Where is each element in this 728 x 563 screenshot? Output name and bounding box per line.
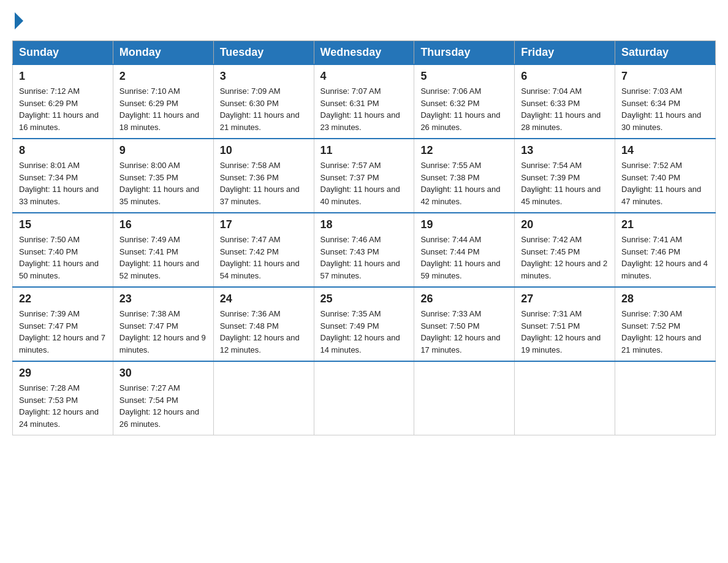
day-number: 3 xyxy=(220,70,308,83)
day-info: Sunrise: 7:58 AMSunset: 7:36 PMDaylight:… xyxy=(220,161,300,206)
calendar-table: SundayMondayTuesdayWednesdayThursdayFrid… xyxy=(12,40,716,435)
day-info: Sunrise: 7:31 AMSunset: 7:51 PMDaylight:… xyxy=(521,309,601,354)
calendar-cell: 22 Sunrise: 7:39 AMSunset: 7:47 PMDaylig… xyxy=(13,287,113,361)
calendar-cell: 13 Sunrise: 7:54 AMSunset: 7:39 PMDaylig… xyxy=(515,139,615,213)
calendar-cell: 2 Sunrise: 7:10 AMSunset: 6:29 PMDayligh… xyxy=(113,64,213,139)
calendar-cell: 8 Sunrise: 8:01 AMSunset: 7:34 PMDayligh… xyxy=(13,139,113,213)
day-info: Sunrise: 7:12 AMSunset: 6:29 PMDaylight:… xyxy=(19,86,99,132)
calendar-week-row: 8 Sunrise: 8:01 AMSunset: 7:34 PMDayligh… xyxy=(13,139,716,213)
day-info: Sunrise: 7:04 AMSunset: 6:33 PMDaylight:… xyxy=(521,86,601,132)
calendar-cell: 5 Sunrise: 7:06 AMSunset: 6:32 PMDayligh… xyxy=(414,64,515,139)
day-number: 25 xyxy=(320,293,408,305)
day-number: 23 xyxy=(119,293,207,305)
calendar-cell: 4 Sunrise: 7:07 AMSunset: 6:31 PMDayligh… xyxy=(314,64,414,139)
day-number: 17 xyxy=(220,218,308,231)
calendar-cell: 19 Sunrise: 7:44 AMSunset: 7:44 PMDaylig… xyxy=(414,213,515,287)
calendar-cell: 16 Sunrise: 7:49 AMSunset: 7:41 PMDaylig… xyxy=(113,213,213,287)
calendar-cell xyxy=(515,361,615,435)
header-wednesday: Wednesday xyxy=(314,41,414,65)
calendar-cell: 25 Sunrise: 7:35 AMSunset: 7:49 PMDaylig… xyxy=(314,287,414,361)
calendar-cell xyxy=(314,361,414,435)
day-info: Sunrise: 7:35 AMSunset: 7:49 PMDaylight:… xyxy=(320,309,400,354)
day-number: 20 xyxy=(521,218,609,231)
day-number: 19 xyxy=(420,218,508,231)
calendar-cell: 17 Sunrise: 7:47 AMSunset: 7:42 PMDaylig… xyxy=(213,213,314,287)
day-number: 29 xyxy=(19,367,107,380)
day-info: Sunrise: 7:33 AMSunset: 7:50 PMDaylight:… xyxy=(420,309,500,354)
calendar-header-row: SundayMondayTuesdayWednesdayThursdayFrid… xyxy=(13,41,716,65)
day-number: 2 xyxy=(119,70,207,83)
day-info: Sunrise: 7:28 AMSunset: 7:53 PMDaylight:… xyxy=(19,383,99,429)
day-info: Sunrise: 7:30 AMSunset: 7:52 PMDaylight:… xyxy=(621,309,701,354)
day-info: Sunrise: 7:50 AMSunset: 7:40 PMDaylight:… xyxy=(19,235,99,280)
header-sunday: Sunday xyxy=(13,41,113,65)
day-info: Sunrise: 7:06 AMSunset: 6:32 PMDaylight:… xyxy=(420,86,500,132)
day-info: Sunrise: 7:55 AMSunset: 7:38 PMDaylight:… xyxy=(420,161,500,206)
day-info: Sunrise: 7:42 AMSunset: 7:45 PMDaylight:… xyxy=(521,235,607,280)
day-info: Sunrise: 7:10 AMSunset: 6:29 PMDaylight:… xyxy=(119,86,199,132)
day-number: 15 xyxy=(19,218,107,231)
day-number: 4 xyxy=(320,70,408,83)
calendar-week-row: 29 Sunrise: 7:28 AMSunset: 7:53 PMDaylig… xyxy=(13,361,716,435)
day-info: Sunrise: 8:01 AMSunset: 7:34 PMDaylight:… xyxy=(19,161,99,206)
calendar-cell: 24 Sunrise: 7:36 AMSunset: 7:48 PMDaylig… xyxy=(213,287,314,361)
day-number: 13 xyxy=(521,144,609,157)
calendar-cell: 28 Sunrise: 7:30 AMSunset: 7:52 PMDaylig… xyxy=(615,287,716,361)
day-number: 22 xyxy=(19,293,107,305)
day-number: 14 xyxy=(621,144,709,157)
day-info: Sunrise: 7:49 AMSunset: 7:41 PMDaylight:… xyxy=(119,235,199,280)
day-number: 8 xyxy=(19,144,107,157)
day-number: 12 xyxy=(420,144,508,157)
page-header xyxy=(12,12,716,28)
day-info: Sunrise: 7:38 AMSunset: 7:47 PMDaylight:… xyxy=(119,309,206,354)
header-monday: Monday xyxy=(113,41,213,65)
calendar-cell: 18 Sunrise: 7:46 AMSunset: 7:43 PMDaylig… xyxy=(314,213,414,287)
calendar-week-row: 1 Sunrise: 7:12 AMSunset: 6:29 PMDayligh… xyxy=(13,64,716,139)
day-info: Sunrise: 7:57 AMSunset: 7:37 PMDaylight:… xyxy=(320,161,400,206)
logo xyxy=(12,12,23,28)
day-info: Sunrise: 8:00 AMSunset: 7:35 PMDaylight:… xyxy=(119,161,199,206)
day-number: 24 xyxy=(220,293,308,305)
day-info: Sunrise: 7:44 AMSunset: 7:44 PMDaylight:… xyxy=(420,235,500,280)
day-info: Sunrise: 7:09 AMSunset: 6:30 PMDaylight:… xyxy=(220,86,300,132)
calendar-cell xyxy=(213,361,314,435)
calendar-cell: 15 Sunrise: 7:50 AMSunset: 7:40 PMDaylig… xyxy=(13,213,113,287)
day-info: Sunrise: 7:27 AMSunset: 7:54 PMDaylight:… xyxy=(119,383,199,429)
header-saturday: Saturday xyxy=(615,41,716,65)
day-number: 28 xyxy=(621,293,709,305)
calendar-week-row: 15 Sunrise: 7:50 AMSunset: 7:40 PMDaylig… xyxy=(13,213,716,287)
day-info: Sunrise: 7:39 AMSunset: 7:47 PMDaylight:… xyxy=(19,309,105,354)
day-info: Sunrise: 7:52 AMSunset: 7:40 PMDaylight:… xyxy=(621,161,701,206)
calendar-cell: 3 Sunrise: 7:09 AMSunset: 6:30 PMDayligh… xyxy=(213,64,314,139)
day-info: Sunrise: 7:03 AMSunset: 6:34 PMDaylight:… xyxy=(621,86,701,132)
day-number: 26 xyxy=(420,293,508,305)
calendar-cell: 6 Sunrise: 7:04 AMSunset: 6:33 PMDayligh… xyxy=(515,64,615,139)
day-info: Sunrise: 7:41 AMSunset: 7:46 PMDaylight:… xyxy=(621,235,708,280)
calendar-cell: 1 Sunrise: 7:12 AMSunset: 6:29 PMDayligh… xyxy=(13,64,113,139)
day-number: 16 xyxy=(119,218,207,231)
calendar-cell xyxy=(414,361,515,435)
calendar-cell: 26 Sunrise: 7:33 AMSunset: 7:50 PMDaylig… xyxy=(414,287,515,361)
header-tuesday: Tuesday xyxy=(213,41,314,65)
calendar-week-row: 22 Sunrise: 7:39 AMSunset: 7:47 PMDaylig… xyxy=(13,287,716,361)
day-info: Sunrise: 7:47 AMSunset: 7:42 PMDaylight:… xyxy=(220,235,300,280)
calendar-cell xyxy=(615,361,716,435)
day-number: 11 xyxy=(320,144,408,157)
day-info: Sunrise: 7:54 AMSunset: 7:39 PMDaylight:… xyxy=(521,161,601,206)
calendar-cell: 21 Sunrise: 7:41 AMSunset: 7:46 PMDaylig… xyxy=(615,213,716,287)
day-number: 18 xyxy=(320,218,408,231)
calendar-cell: 27 Sunrise: 7:31 AMSunset: 7:51 PMDaylig… xyxy=(515,287,615,361)
calendar-cell: 29 Sunrise: 7:28 AMSunset: 7:53 PMDaylig… xyxy=(13,361,113,435)
day-number: 1 xyxy=(19,70,107,83)
header-thursday: Thursday xyxy=(414,41,515,65)
day-number: 7 xyxy=(621,70,709,83)
calendar-cell: 14 Sunrise: 7:52 AMSunset: 7:40 PMDaylig… xyxy=(615,139,716,213)
calendar-cell: 9 Sunrise: 8:00 AMSunset: 7:35 PMDayligh… xyxy=(113,139,213,213)
calendar-cell: 7 Sunrise: 7:03 AMSunset: 6:34 PMDayligh… xyxy=(615,64,716,139)
day-number: 10 xyxy=(220,144,308,157)
header-friday: Friday xyxy=(515,41,615,65)
day-number: 30 xyxy=(119,367,207,380)
calendar-cell: 12 Sunrise: 7:55 AMSunset: 7:38 PMDaylig… xyxy=(414,139,515,213)
day-info: Sunrise: 7:07 AMSunset: 6:31 PMDaylight:… xyxy=(320,86,400,132)
day-number: 21 xyxy=(621,218,709,231)
